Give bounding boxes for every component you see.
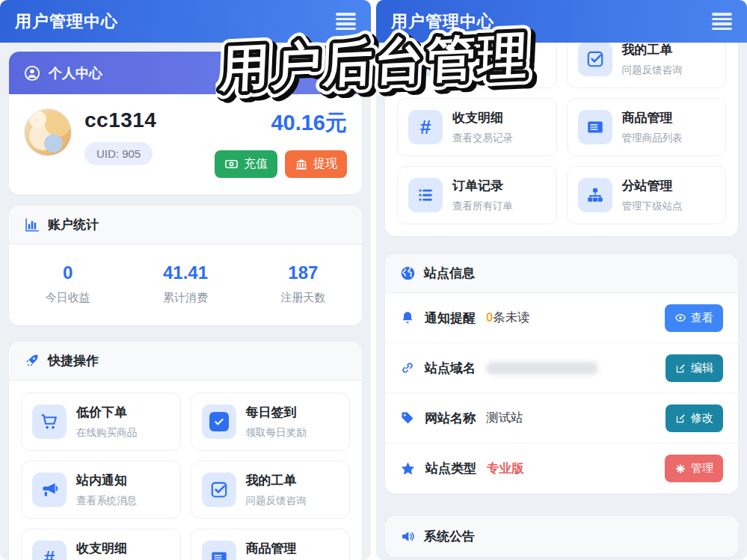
withdraw-button[interactable]: 提现 [285, 150, 347, 178]
view-notifications-button[interactable]: 查看 [665, 304, 723, 332]
stat-days-registered: 187 注册天数 [245, 262, 362, 305]
left-screen: 用户管理中心 个人中心 cc1314 UID: [0, 0, 371, 560]
site-info-title: 站点信息 [424, 265, 475, 282]
check-outline-icon [209, 480, 229, 499]
personal-card: 个人中心 cc1314 UID: 905 40.16元 [9, 52, 362, 194]
globe-icon [400, 265, 416, 281]
quick-tile-billing[interactable]: # 收支明细 查看交易记录 [21, 529, 181, 560]
speaker-icon [400, 529, 416, 544]
site-info-header: 站点信息 [385, 254, 738, 293]
stat-total-spend: 41.41 累计消费 [126, 262, 244, 305]
sitemap-icon [585, 185, 605, 205]
quick-actions-card-scrolled: 站内通知 查看系统消息 我的工单 问题反馈咨询 [385, 18, 738, 236]
quick-tile-ticket[interactable]: 我的工单 问题反馈咨询 [191, 461, 351, 519]
quick-actions-header: 快捷操作 [9, 342, 362, 381]
cart-icon [40, 412, 59, 431]
quick-actions-title: 快捷操作 [48, 352, 99, 369]
announcement-card: 系统公告 [385, 516, 738, 557]
personal-card-body: cc1314 UID: 905 40.16元 充值 [9, 94, 362, 194]
edit-sitename-button[interactable]: 修改 [665, 404, 723, 432]
megaphone-icon [40, 480, 59, 499]
avatar [24, 108, 72, 156]
megaphone-icon [416, 49, 435, 69]
rocket-icon [24, 353, 40, 369]
recharge-button[interactable]: 充值 [215, 150, 277, 178]
left-appbar: 用户管理中心 [0, 0, 371, 43]
quick-tile-billing[interactable]: # 收支明细 查看交易记录 [397, 98, 557, 156]
site-row-sitename: 网站名称 测试站 修改 [385, 393, 738, 443]
manage-type-button[interactable]: 管理 [665, 455, 723, 482]
table-card-icon [585, 117, 605, 137]
right-screen: 用户管理中心 站内通知 查看系统消息 [376, 0, 747, 560]
quick-tile-order[interactable]: 低价下单 在线购买商品 [21, 393, 181, 451]
page: 用户管理中心 个人中心 cc1314 UID: [0, 0, 747, 560]
right-appbar: 用户管理中心 [376, 0, 747, 43]
banknote-icon [224, 157, 239, 171]
site-type-value: 专业版 [487, 461, 524, 477]
personal-title: 个人中心 [49, 64, 102, 82]
star-icon [400, 461, 416, 476]
menu-icon[interactable] [336, 13, 356, 30]
announcement-title: 系统公告 [424, 528, 475, 545]
check-filled-icon [209, 412, 229, 431]
right-content: 站内通知 查看系统消息 我的工单 问题反馈咨询 [376, 18, 747, 557]
quick-actions-card: 快捷操作 低价下单 在线购买商品 [9, 342, 362, 560]
personal-card-header: 个人中心 [9, 52, 362, 94]
hash-icon: # [44, 547, 55, 560]
list-icon [416, 185, 435, 205]
stats-card: 账户统计 0 今日收益 41.41 累计消费 187 注册天数 [9, 206, 362, 325]
edit-icon [675, 363, 686, 374]
left-content: 个人中心 cc1314 UID: 905 40.16元 [0, 52, 371, 560]
tag-icon [400, 410, 415, 425]
edit-domain-button[interactable]: 编辑 [665, 354, 723, 382]
quick-tile-orders[interactable]: 订单记录 查看所有订单 [397, 166, 557, 224]
site-row-notifications: 通知提醒 0条未读 查看 [385, 293, 738, 343]
hash-icon: # [420, 116, 431, 139]
menu-icon[interactable] [712, 13, 732, 30]
balance-amount: 40.16元 [215, 108, 347, 138]
link-icon [400, 360, 415, 375]
sitename-value: 测试站 [486, 410, 523, 426]
site-row-type: 站点类型 专业版 管理 [385, 443, 738, 493]
gear-icon [674, 463, 686, 475]
person-circle-icon [24, 65, 40, 81]
bar-chart-icon [24, 217, 40, 233]
bank-icon [295, 158, 308, 171]
unread-count: 0 [486, 310, 493, 324]
stats-title: 账户统计 [48, 216, 99, 233]
quick-tile-subsites[interactable]: 分站管理 管理下级站点 [567, 166, 727, 224]
eye-icon [674, 312, 686, 324]
quick-tile-checkin[interactable]: 每日签到 领取每日奖励 [191, 393, 351, 451]
app-title: 用户管理中心 [15, 10, 118, 33]
quick-tile-products[interactable]: 商品管理 管理商品列表 [567, 98, 727, 156]
bell-icon [400, 310, 415, 325]
stat-today-income: 0 今日收益 [9, 262, 126, 305]
site-domain-blurred-value [486, 362, 598, 375]
app-title: 用户管理中心 [391, 10, 494, 33]
quick-tile-products[interactable]: 商品管理 管理商品列表 [191, 529, 351, 560]
uid-badge: UID: 905 [84, 142, 153, 165]
announcement-header: 系统公告 [385, 516, 738, 557]
username: cc1314 [84, 108, 156, 132]
edit-icon [675, 413, 686, 424]
stats-header: 账户统计 [9, 206, 362, 244]
quick-tile-notice[interactable]: 站内通知 查看系统消息 [21, 461, 181, 519]
check-outline-icon [585, 49, 605, 69]
table-card-icon [209, 548, 229, 560]
site-row-domain: 站点域名 编辑 [385, 343, 738, 393]
site-info-card: 站点信息 通知提醒 0条未读 查看 [385, 254, 738, 493]
